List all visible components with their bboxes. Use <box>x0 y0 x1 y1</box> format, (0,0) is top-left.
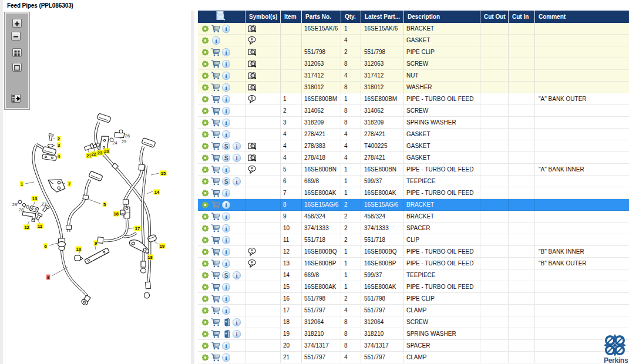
svg-text:5: 5 <box>103 202 106 207</box>
svg-text:19: 19 <box>160 244 164 249</box>
svg-text:20: 20 <box>104 149 109 154</box>
svg-text:27: 27 <box>42 201 46 207</box>
svg-text:28: 28 <box>19 207 23 213</box>
svg-text:1: 1 <box>21 181 23 187</box>
svg-text:11: 11 <box>38 224 42 229</box>
svg-text:Perkins: Perkins <box>604 356 628 364</box>
svg-text:18: 18 <box>147 255 152 260</box>
svg-text:24: 24 <box>112 140 117 146</box>
svg-text:17: 17 <box>135 226 140 231</box>
svg-text:23: 23 <box>97 150 102 156</box>
svg-text:6: 6 <box>44 244 46 249</box>
svg-text:12: 12 <box>24 225 29 230</box>
svg-text:14: 14 <box>154 190 160 195</box>
svg-text:15: 15 <box>161 171 166 176</box>
svg-text:29: 29 <box>12 202 17 207</box>
svg-text:10: 10 <box>76 247 81 252</box>
svg-text:22: 22 <box>91 151 96 157</box>
svg-text:2: 2 <box>58 136 60 141</box>
svg-text:26: 26 <box>125 133 130 139</box>
svg-text:7: 7 <box>68 181 70 187</box>
svg-text:3: 3 <box>58 143 60 148</box>
svg-text:16: 16 <box>114 211 119 217</box>
svg-text:8: 8 <box>47 275 49 280</box>
svg-text:9: 9 <box>95 241 97 246</box>
svg-text:13: 13 <box>32 196 37 201</box>
svg-text:25: 25 <box>122 139 126 144</box>
